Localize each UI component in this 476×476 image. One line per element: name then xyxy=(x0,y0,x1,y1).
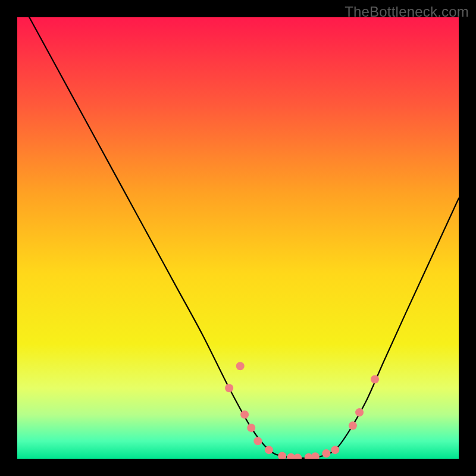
data-marker xyxy=(236,362,245,370)
data-marker xyxy=(253,437,262,445)
data-marker xyxy=(265,446,273,454)
watermark-text: TheBottleneck.com xyxy=(345,4,469,20)
chart-background xyxy=(17,17,459,459)
data-marker xyxy=(371,375,379,383)
data-marker xyxy=(355,408,364,416)
chart-plot-area xyxy=(17,17,459,459)
data-marker xyxy=(240,411,249,419)
data-marker xyxy=(331,446,339,454)
data-marker xyxy=(225,384,233,392)
data-marker xyxy=(322,449,330,458)
chart-frame: TheBottleneck.com xyxy=(0,0,476,476)
data-marker xyxy=(349,421,357,430)
chart-svg xyxy=(17,17,459,459)
data-marker xyxy=(247,424,255,432)
